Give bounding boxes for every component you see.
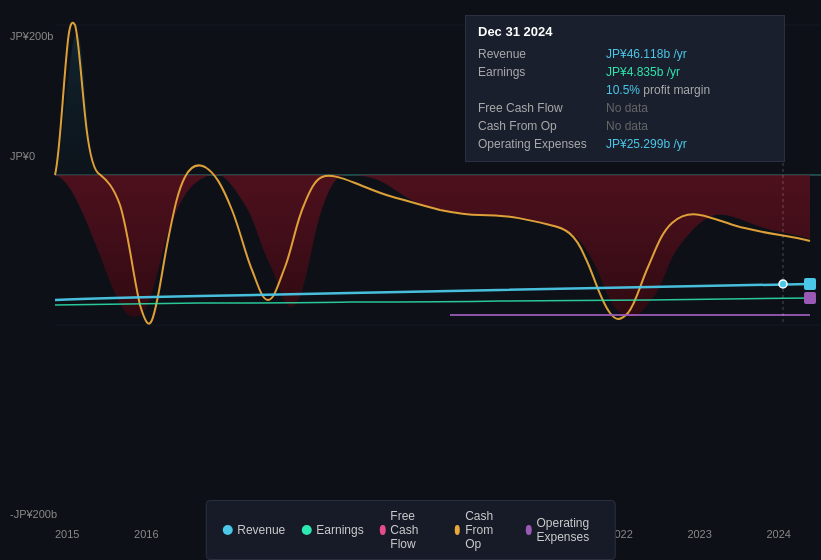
operating-expenses-row: Operating Expenses JP¥25.299b /yr [478,135,772,153]
legend-label-cash-from-op: Cash From Op [465,509,510,551]
free-cash-flow-label: Free Cash Flow [478,101,598,115]
free-cash-flow-value: No data [606,101,648,115]
info-box-title: Dec 31 2024 [478,24,772,39]
operating-expenses-label: Operating Expenses [478,137,598,151]
legend-dot-free-cash-flow [380,525,386,535]
legend-label-free-cash-flow: Free Cash Flow [390,509,438,551]
cash-from-op-label: Cash From Op [478,119,598,133]
revenue-value: JP¥46.118b /yr [606,47,687,61]
profit-margin-value: 10.5% profit margin [606,83,710,97]
legend-operating-expenses: Operating Expenses [526,516,599,544]
legend-dot-operating-expenses [526,525,532,535]
x-label-2024: 2024 [766,528,790,540]
legend-dot-cash-from-op [454,525,460,535]
cash-from-op-value: No data [606,119,648,133]
chart-area: JP¥200b JP¥0 -JP¥200b [0,160,821,510]
profit-margin-row: 10.5% profit margin [478,81,772,99]
x-label-2023: 2023 [687,528,711,540]
cash-from-op-row: Cash From Op No data [478,117,772,135]
svg-rect-7 [804,292,816,304]
free-cash-flow-row: Free Cash Flow No data [478,99,772,117]
legend-earnings: Earnings [301,523,363,537]
earnings-row: Earnings JP¥4.835b /yr [478,63,772,81]
operating-expenses-value: JP¥25.299b /yr [606,137,687,151]
svg-point-5 [779,280,787,288]
legend-label-operating-expenses: Operating Expenses [536,516,598,544]
chart-legend: Revenue Earnings Free Cash Flow Cash Fro… [205,500,616,560]
legend-revenue: Revenue [222,523,285,537]
legend-cash-from-op: Cash From Op [454,509,509,551]
earnings-label: Earnings [478,65,598,79]
earnings-value: JP¥4.835b /yr [606,65,680,79]
legend-dot-revenue [222,525,232,535]
revenue-label: Revenue [478,47,598,61]
legend-dot-earnings [301,525,311,535]
legend-free-cash-flow: Free Cash Flow [380,509,439,551]
x-label-2016: 2016 [134,528,158,540]
legend-label-revenue: Revenue [237,523,285,537]
revenue-row: Revenue JP¥46.118b /yr [478,45,772,63]
svg-rect-6 [804,278,816,290]
info-box: Dec 31 2024 Revenue JP¥46.118b /yr Earni… [465,15,785,162]
x-label-2015: 2015 [55,528,79,540]
y-label-bottom: -JP¥200b [10,508,57,520]
legend-label-earnings: Earnings [316,523,363,537]
